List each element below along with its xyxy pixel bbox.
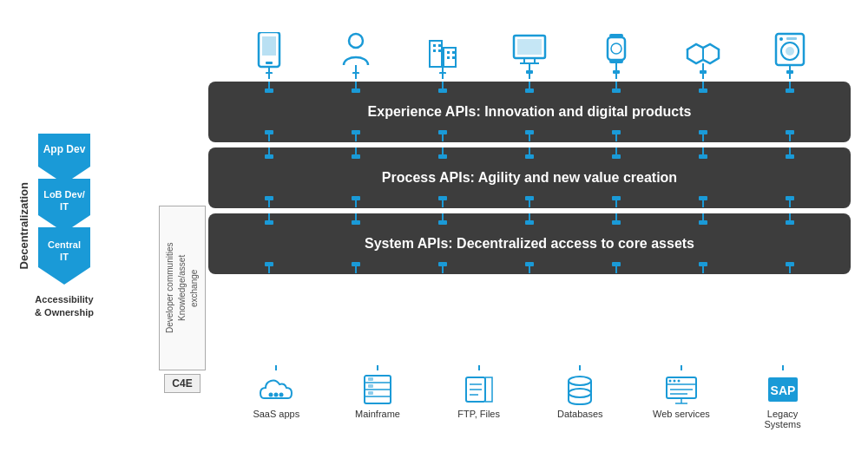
web-services-icon-item: Web services [647, 365, 716, 419]
user-icon-item [321, 32, 391, 79]
svg-rect-24 [447, 56, 450, 59]
system-bottom-connectors [208, 262, 851, 274]
svg-rect-20 [433, 49, 436, 52]
monitor-icon [511, 32, 548, 74]
web-services-label: Web services [653, 409, 710, 419]
process-top-connectors [208, 147, 851, 160]
svg-rect-59 [368, 391, 373, 395]
mobile-icon [255, 32, 283, 74]
main-panel: Experience APIs: Innovation and digital … [208, 10, 851, 443]
api-layers: Experience APIs: Innovation and digital … [208, 79, 851, 365]
bottom-icons-row: SaaS apps Mainframe [208, 365, 851, 443]
experience-bottom-connectors [208, 130, 851, 142]
svg-marker-0 [38, 134, 90, 184]
building-icon [424, 32, 461, 74]
mainframe-label: Mainframe [355, 409, 400, 419]
svg-point-72 [668, 379, 671, 382]
saas-label: SaaS apps [253, 409, 299, 419]
svg-text:IT: IT [60, 252, 69, 262]
mainframe-icon-item: Mainframe [343, 365, 412, 419]
decentralization-label: Decentralization [17, 182, 30, 269]
svg-rect-35 [608, 37, 625, 60]
center-panel: Developer communitiesKnowledge/assetexch… [156, 10, 208, 443]
accessibility-label: Accessibility& Ownership [35, 293, 94, 318]
building-icon-item [408, 32, 477, 79]
experience-top-connectors [208, 82, 851, 94]
handshake-icon-item [668, 32, 738, 79]
svg-text:SAP: SAP [770, 383, 795, 397]
system-api-text: System APIs: Decentralized access to cor… [208, 226, 851, 262]
ftp-label: FTP, Files [457, 409, 500, 419]
legacy-icon-item: SAP Legacy Systems [748, 365, 818, 429]
process-bottom-connectors [208, 196, 851, 208]
watch-icon-item [582, 32, 651, 79]
arrows-column: App Dev LoB Dev/ IT Central IT Accessi [34, 134, 95, 318]
svg-point-73 [673, 379, 675, 382]
saas-icon [257, 374, 295, 405]
svg-text:IT: IT [60, 201, 69, 212]
svg-point-52 [279, 392, 284, 396]
svg-rect-58 [368, 384, 373, 388]
handshake-icon [684, 32, 722, 74]
svg-rect-25 [452, 56, 455, 59]
washing-machine-icon [773, 32, 807, 74]
user-icon [340, 32, 372, 74]
database-icon-item: Databases [545, 365, 615, 419]
svg-text:Central: Central [48, 239, 81, 250]
left-panel: Decentralization App Dev LoB Dev/ IT [17, 10, 156, 443]
svg-rect-10 [262, 36, 276, 56]
svg-point-45 [786, 47, 794, 56]
databases-label: Databases [557, 409, 603, 419]
saas-icon-item: SaaS apps [241, 365, 311, 419]
svg-rect-57 [368, 377, 373, 381]
svg-rect-36 [609, 60, 623, 63]
washing-machine-icon-item [755, 32, 825, 79]
process-api-text: Process APIs: Agility and new value crea… [208, 160, 851, 196]
process-api-layer: Process APIs: Agility and new value crea… [208, 147, 851, 208]
arrow-app-dev: App Dev [35, 134, 94, 184]
developer-communities-text: Developer communitiesKnowledge/assetexch… [159, 206, 206, 370]
svg-rect-19 [438, 44, 441, 47]
system-api-layer: System APIs: Decentralized access to cor… [208, 213, 851, 274]
arrow-central-it: Central IT [35, 227, 94, 285]
svg-rect-29 [517, 39, 542, 55]
svg-text:App Dev: App Dev [43, 143, 86, 155]
watch-icon [602, 32, 630, 74]
svg-point-13 [349, 34, 363, 48]
svg-rect-18 [433, 44, 436, 47]
svg-point-51 [274, 392, 279, 396]
svg-point-50 [269, 392, 273, 396]
c4e-label: C4E [164, 374, 200, 393]
legacy-label: Legacy Systems [748, 409, 818, 429]
ftp-icon [463, 374, 496, 405]
svg-point-46 [779, 37, 783, 41]
database-icon [563, 374, 596, 405]
monitor-icon-item [495, 32, 564, 79]
svg-point-64 [569, 377, 591, 385]
experience-api-text: Experience APIs: Innovation and digital … [208, 94, 851, 130]
svg-point-37 [611, 43, 621, 54]
svg-point-74 [677, 379, 680, 382]
arrow-lob-dev: LoB Dev/ IT [35, 179, 94, 233]
svg-text:LoB Dev/: LoB Dev/ [43, 189, 85, 200]
svg-rect-21 [438, 49, 441, 52]
mobile-icon-item [234, 32, 304, 79]
experience-api-layer: Experience APIs: Innovation and digital … [208, 82, 851, 142]
top-icons-row [208, 10, 851, 79]
mainframe-icon [361, 374, 394, 405]
web-services-icon [663, 374, 700, 405]
svg-rect-22 [447, 51, 450, 54]
ftp-icon-item: FTP, Files [444, 365, 514, 419]
system-top-connectors [208, 213, 851, 226]
svg-rect-47 [786, 37, 797, 40]
svg-point-67 [569, 389, 591, 397]
svg-rect-9 [266, 62, 273, 64]
diagram-container: Decentralization App Dev LoB Dev/ IT [17, 10, 851, 443]
svg-rect-23 [452, 51, 455, 54]
legacy-icon: SAP [765, 374, 801, 405]
